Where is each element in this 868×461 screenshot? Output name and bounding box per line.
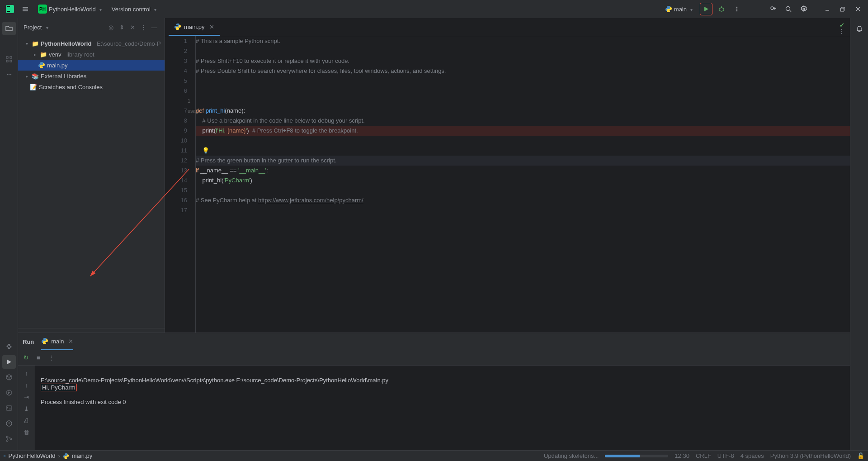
folder-icon: 📁 bbox=[32, 40, 39, 47]
svg-point-18 bbox=[10, 74, 11, 75]
vcs-label: Version control bbox=[112, 6, 151, 13]
git-tool-icon[interactable] bbox=[2, 432, 16, 446]
more-tool-icon[interactable] bbox=[2, 68, 16, 81]
svg-rect-19 bbox=[6, 406, 12, 410]
run-tool-window: Run main ✕ ↻ ■ ⋮ ↑ bbox=[18, 333, 850, 450]
right-tool-rail bbox=[850, 18, 868, 450]
tree-ext-libs[interactable]: ▸ 📚 External Libraries bbox=[18, 71, 165, 81]
scroll-end-icon[interactable]: ⤓ bbox=[22, 404, 32, 413]
down-icon[interactable]: ↓ bbox=[22, 380, 32, 390]
tree-ext-libs-label: External Libraries bbox=[41, 73, 86, 80]
run-process-tab[interactable]: main ✕ bbox=[41, 333, 73, 350]
chevron-down-icon[interactable] bbox=[44, 24, 48, 31]
up-icon[interactable]: ↑ bbox=[22, 368, 32, 378]
usage-hint[interactable]: 1 usage bbox=[165, 96, 188, 106]
packages-tool-icon[interactable] bbox=[2, 371, 16, 384]
tree-root-path: E:\source_code\Demo-P bbox=[97, 40, 161, 47]
project-tool-icon[interactable] bbox=[2, 22, 16, 35]
print-icon[interactable]: 🖨 bbox=[22, 415, 32, 425]
hamburger-icon[interactable] bbox=[19, 3, 32, 15]
interpreter-label[interactable]: Python 3.9 (PythonHelloWorld) bbox=[770, 452, 851, 459]
nav-breadcrumbs[interactable]: ▫ PythonHelloWorld › main.py bbox=[4, 452, 92, 459]
python-icon bbox=[665, 5, 672, 13]
project-name-label: PythonHelloWorld bbox=[49, 6, 96, 13]
python-console-tool-icon[interactable] bbox=[2, 340, 16, 353]
svg-rect-15 bbox=[10, 60, 12, 62]
terminal-tool-icon[interactable] bbox=[2, 401, 16, 415]
settings-icon[interactable] bbox=[797, 3, 810, 15]
crumb-file[interactable]: main.py bbox=[72, 452, 93, 459]
tree-root[interactable]: ▾ 📁 PythonHelloWorld E:\source_code\Demo… bbox=[18, 38, 165, 49]
bg-task-label[interactable]: Updating skeletons... bbox=[544, 452, 599, 459]
svg-point-6 bbox=[736, 10, 737, 11]
hide-panel-icon[interactable]: ✕ bbox=[127, 22, 137, 32]
inspection-ok-icon[interactable]: ✔ bbox=[840, 22, 844, 29]
crumb-project[interactable]: PythonHelloWorld bbox=[9, 452, 56, 459]
code-with-me-icon[interactable] bbox=[767, 3, 779, 15]
run-toolbar-more-icon[interactable]: ⋮ bbox=[46, 353, 56, 363]
stop-icon[interactable]: ■ bbox=[33, 353, 43, 363]
close-run-tab-icon[interactable]: ✕ bbox=[68, 338, 73, 345]
indent-setting[interactable]: 4 spaces bbox=[741, 452, 764, 459]
left-tool-rail bbox=[0, 18, 18, 450]
rerun-icon[interactable]: ↻ bbox=[21, 353, 31, 363]
project-panel-header: Project ◎ ⇕ ✕ ⋮ — bbox=[18, 18, 165, 36]
collapse-panel-icon[interactable]: — bbox=[149, 22, 159, 32]
readonly-lock-icon[interactable]: 🔓 bbox=[857, 452, 864, 459]
bg-task-progress[interactable] bbox=[605, 455, 668, 457]
structure-tool-icon[interactable] bbox=[2, 52, 16, 66]
search-icon[interactable] bbox=[782, 3, 795, 15]
services-tool-icon[interactable] bbox=[2, 386, 16, 399]
run-output[interactable]: E:\source_code\Demo-Projects\PythonHello… bbox=[35, 366, 850, 450]
project-tree[interactable]: ▾ 📁 PythonHelloWorld E:\source_code\Demo… bbox=[18, 36, 165, 328]
problems-tool-icon[interactable] bbox=[2, 417, 16, 430]
editor-tab-label: main.py bbox=[184, 24, 205, 30]
vcs-menu[interactable]: Version control bbox=[108, 4, 160, 14]
svg-point-16 bbox=[6, 74, 7, 75]
debug-button[interactable] bbox=[715, 3, 728, 15]
svg-rect-14 bbox=[6, 60, 8, 62]
output-highlight: Hi, PyCharm bbox=[41, 384, 77, 391]
svg-rect-2 bbox=[7, 11, 10, 12]
run-toolbar: ↻ ■ ⋮ bbox=[18, 350, 850, 366]
python-icon bbox=[41, 337, 48, 345]
editor-content[interactable]: # This is a sample Python script. # Pres… bbox=[196, 36, 850, 333]
caret-position[interactable]: 12:30 bbox=[675, 452, 689, 459]
intention-bulb-icon[interactable]: 💡 bbox=[202, 147, 209, 154]
svg-point-5 bbox=[736, 9, 737, 10]
select-opened-icon[interactable]: ◎ bbox=[106, 22, 116, 32]
svg-point-8 bbox=[786, 7, 790, 11]
line-separator[interactable]: CRLF bbox=[696, 452, 711, 459]
tree-venv[interactable]: ▸ 📁 venv library root bbox=[18, 49, 165, 60]
more-actions-icon[interactable] bbox=[731, 3, 743, 15]
editor-gutter[interactable]: 123456 1 usage 78 9 101112 13 14151617 bbox=[165, 36, 196, 333]
editor: main.py ✕ ⋮ ✔ 123456 1 usage 78 bbox=[165, 18, 850, 333]
chevron-down-icon bbox=[689, 6, 693, 13]
soft-wrap-icon[interactable]: ⇥ bbox=[22, 392, 32, 402]
close-tab-icon[interactable]: ✕ bbox=[209, 24, 214, 30]
panel-options-icon[interactable]: ⋮ bbox=[138, 22, 148, 32]
tree-main-file[interactable]: main.py bbox=[18, 60, 165, 71]
tree-venv-label: venv bbox=[49, 51, 61, 58]
expand-all-icon[interactable]: ⇕ bbox=[117, 22, 127, 32]
window-minimize-icon[interactable] bbox=[821, 3, 834, 15]
run-button[interactable] bbox=[700, 3, 712, 15]
svg-point-23 bbox=[10, 438, 12, 440]
notifications-icon[interactable] bbox=[853, 22, 866, 35]
window-restore-icon[interactable] bbox=[836, 3, 849, 15]
tree-file-label: main.py bbox=[47, 62, 68, 69]
project-selector[interactable]: PH PythonHelloWorld bbox=[34, 3, 105, 15]
clear-icon[interactable]: 🗑 bbox=[22, 427, 32, 437]
run-tool-icon[interactable] bbox=[2, 355, 16, 369]
tree-root-label: PythonHelloWorld bbox=[41, 40, 91, 47]
project-panel-title: Project bbox=[24, 24, 42, 31]
window-close-icon[interactable] bbox=[852, 3, 864, 15]
chevron-down-icon bbox=[98, 6, 102, 13]
file-encoding[interactable]: UTF-8 bbox=[717, 452, 734, 459]
python-file-icon bbox=[38, 62, 45, 69]
tree-scratches[interactable]: 📝 Scratches and Consoles bbox=[18, 81, 165, 92]
editor-tab-main[interactable]: main.py ✕ bbox=[169, 19, 220, 36]
run-config-selector[interactable]: main bbox=[660, 4, 697, 14]
folder-icon: 📁 bbox=[40, 51, 47, 58]
svg-point-21 bbox=[6, 436, 8, 438]
